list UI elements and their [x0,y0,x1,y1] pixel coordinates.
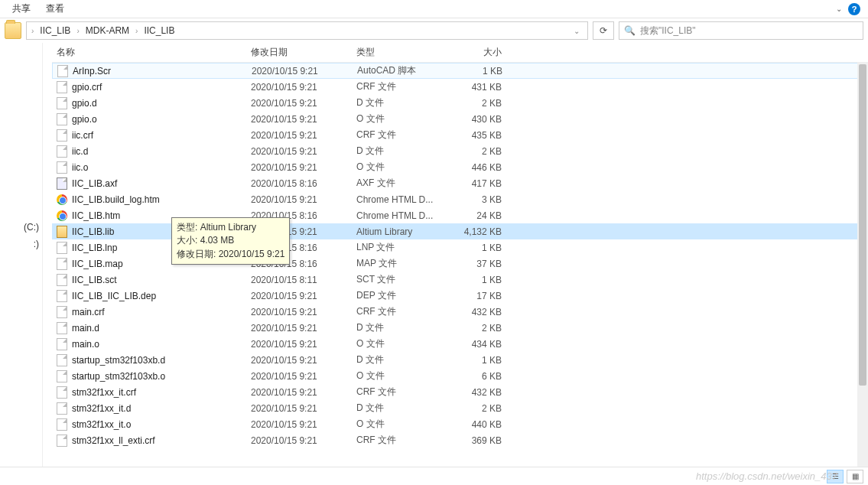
file-row[interactable]: stm32f1xx_it.d2020/10/15 9:21D 文件2 KB [52,400,868,416]
file-size: 432 KB [448,387,509,398]
file-name: IIC_LIB.lib [72,226,114,237]
file-row[interactable]: IIC_LIB.build_log.htm2020/10/15 9:21Chro… [52,191,868,207]
vertical-scrollbar[interactable] [857,63,868,467]
header-name[interactable]: 名称 [52,46,251,59]
address-row: › IIC_LIB › MDK-ARM › IIC_LIB ⌄ ⟳ 🔍 搜索"I… [0,18,868,43]
file-date: 2020/10/15 9:21 [251,419,356,430]
view-details-button[interactable]: ☰ [827,470,844,483]
file-size: 1 KB [449,66,510,76]
file-row[interactable]: main.d2020/10/15 9:21D 文件2 KB [52,320,868,336]
file-row[interactable]: IIC_LIB_IIC_LIB.dep2020/10/15 9:21DEP 文件… [52,288,868,304]
scroll-thumb[interactable] [859,64,866,386]
file-type: CRF 文件 [356,80,448,93]
file-name: IIC_LIB.htm [72,210,120,221]
file-size: 2 KB [448,146,509,157]
file-date: 2020/10/15 9:21 [251,307,356,317]
file-date: 2020/10/15 8:16 [251,178,356,189]
file-type: CRF 文件 [356,434,448,447]
file-row[interactable]: iic.crf2020/10/15 9:21CRF 文件435 KB [52,127,868,143]
file-row[interactable]: stm32f1xx_ll_exti.crf2020/10/15 9:21CRF … [52,432,868,448]
file-type: AXF 文件 [356,177,448,190]
file-type: O 文件 [356,337,448,350]
tooltip-type: 类型: Altium Library [177,221,284,234]
file-type: D 文件 [356,402,448,415]
file-row[interactable]: startup_stm32f103xb.o2020/10/15 9:21O 文件… [52,368,868,384]
file-type: LNP 文件 [356,241,448,254]
file-date: 2020/10/15 9:21 [251,339,356,350]
folder-icon [5,22,21,39]
file-row[interactable]: main.crf2020/10/15 9:21CRF 文件432 KB [52,304,868,320]
file-row[interactable]: gpio.crf2020/10/15 9:21CRF 文件431 KB [52,79,868,95]
file-name: gpio.o [72,114,97,125]
file-type: AutoCAD 脚本 [357,64,449,77]
file-name: ArInp.Scr [73,66,111,76]
file-row[interactable]: main.o2020/10/15 9:21O 文件434 KB [52,336,868,352]
file-name: main.o [72,339,99,350]
chevron-right-icon: › [134,27,139,35]
file-name: IIC_LIB.build_log.htm [72,194,160,205]
file-icon [57,338,67,350]
file-size: 430 KB [448,114,509,125]
nav-drive-c[interactable]: (C:) [0,219,42,236]
file-icon [57,129,67,142]
file-date: 2020/10/15 9:21 [251,82,356,93]
file-row[interactable]: iic.d2020/10/15 9:21D 文件2 KB [52,143,868,159]
file-name: startup_stm32f103xb.d [72,355,165,366]
file-row[interactable]: stm32f1xx_it.crf2020/10/15 9:21CRF 文件432… [52,384,868,400]
file-date: 2020/10/15 9:21 [251,323,356,334]
file-row[interactable]: IIC_LIB.sct2020/10/15 8:11SCT 文件1 KB [52,272,868,288]
file-icon [57,145,67,158]
file-row[interactable]: stm32f1xx_it.o2020/10/15 9:21O 文件440 KB [52,416,868,432]
file-list-pane: 名称 修改日期 类型 大小 ArInp.Scr2020/10/15 9:21Au… [43,43,868,467]
breadcrumb-part[interactable]: IIC_LIB [37,25,73,36]
file-icon [57,226,67,238]
file-size: 1 KB [448,275,509,285]
file-name: gpio.crf [72,82,102,93]
file-type: CRF 文件 [356,305,448,318]
file-type: O 文件 [356,112,448,125]
file-row[interactable]: gpio.d2020/10/15 9:21D 文件2 KB [52,95,868,111]
file-name: stm32f1xx_it.d [72,403,131,414]
search-input[interactable]: 🔍 搜索"IIC_LIB" [619,21,863,40]
file-name: iic.d [72,146,88,157]
file-size: 1 KB [448,242,509,253]
refresh-button[interactable]: ⟳ [593,21,614,40]
menu-share[interactable]: 共享 [5,2,38,15]
breadcrumb[interactable]: › IIC_LIB › MDK-ARM › IIC_LIB ⌄ [26,21,588,40]
file-date: 2020/10/15 8:11 [251,275,356,285]
nav-drive-other[interactable]: :) [0,236,42,252]
file-size: 2 KB [448,403,509,414]
file-size: 440 KB [448,419,509,430]
file-icon [57,306,67,318]
file-row[interactable]: IIC_LIB.axf2020/10/15 8:16AXF 文件417 KB [52,175,868,191]
file-date: 2020/10/15 9:21 [251,98,356,109]
breadcrumb-dropdown-icon[interactable]: ⌄ [569,27,584,35]
file-date: 2020/10/15 9:21 [251,403,356,414]
file-row[interactable]: iic.o2020/10/15 9:21O 文件446 KB [52,159,868,175]
file-name: startup_stm32f103xb.o [72,371,165,382]
file-icon [57,322,67,334]
header-date[interactable]: 修改日期 [251,46,356,59]
file-row[interactable]: ArInp.Scr2020/10/15 9:21AutoCAD 脚本1 KB [52,63,868,79]
file-name: IIC_LIB.lnp [72,242,117,253]
nav-tree[interactable]: (C:) :) [0,43,43,467]
file-date: 2020/10/15 9:21 [251,371,356,382]
file-name: stm32f1xx_ll_exti.crf [72,435,155,446]
file-size: 2 KB [448,323,509,334]
header-type[interactable]: 类型 [356,46,448,59]
help-icon[interactable]: ? [848,3,860,15]
breadcrumb-part[interactable]: IIC_LIB [141,25,177,36]
header-size[interactable]: 大小 [448,46,509,59]
file-row[interactable]: startup_stm32f103xb.d2020/10/15 9:21D 文件… [52,352,868,368]
view-large-icons-button[interactable]: ▦ [847,470,863,483]
ribbon-expand-icon[interactable]: ⌄ [830,5,848,13]
status-bar: https://blog.csdn.net/weixin_437 ☰ ▦ [0,467,868,485]
file-icon [57,402,67,415]
file-row[interactable]: gpio.o2020/10/15 9:21O 文件430 KB [52,111,868,127]
file-icon [57,81,67,93]
menu-view[interactable]: 查看 [38,2,72,15]
tooltip-date: 修改日期: 2020/10/15 9:21 [177,248,284,261]
file-icon [57,418,67,431]
file-date: 2020/10/15 9:21 [251,355,356,366]
breadcrumb-part[interactable]: MDK-ARM [83,25,132,36]
